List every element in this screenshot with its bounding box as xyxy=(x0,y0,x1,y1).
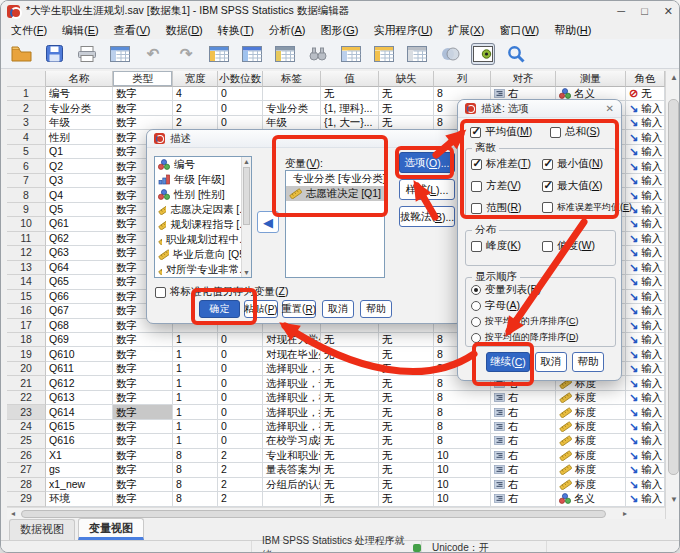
cell-decimals[interactable]: 0 xyxy=(218,376,263,390)
cell-measure[interactable]: 标度 xyxy=(556,449,626,463)
cell-measure[interactable]: 标度 xyxy=(556,391,626,405)
cell-name[interactable]: Q612 xyxy=(46,376,113,390)
save-icon[interactable] xyxy=(42,43,66,65)
split-file-icon[interactable] xyxy=(405,43,429,65)
cell-missing[interactable]: 无 xyxy=(379,391,434,405)
cell-values[interactable]: 无 xyxy=(321,478,379,492)
cell-name[interactable]: Q3 xyxy=(46,174,113,188)
cell-role[interactable]: ↘输入 xyxy=(626,101,665,115)
cell-name[interactable]: Q67 xyxy=(46,304,113,318)
goto-chart-icon[interactable] xyxy=(207,43,231,65)
cell-type[interactable]: 数字 xyxy=(113,87,173,101)
variable-list-item[interactable]: 对所学专业非常... xyxy=(155,262,251,277)
row-header[interactable]: 17 xyxy=(7,319,46,333)
radio-option[interactable]: 按平均值的降序排序(D) xyxy=(471,331,579,344)
find-icon[interactable] xyxy=(306,43,330,65)
cell-measure[interactable]: 名义 xyxy=(556,492,626,506)
checkbox-option[interactable]: 最小值(N) xyxy=(542,157,603,171)
cell-name[interactable]: Q64 xyxy=(46,261,113,275)
variable-list-item[interactable]: 毕业后意向 [Q5] xyxy=(155,247,251,262)
cell-decimals[interactable]: 0 xyxy=(218,87,263,101)
menu-item[interactable]: 窗口(W) xyxy=(499,23,539,38)
cell-role[interactable]: ↘输入 xyxy=(626,449,665,463)
vertical-scroll-thumb[interactable] xyxy=(668,99,679,475)
print-icon[interactable] xyxy=(75,43,99,65)
row-header[interactable]: 11 xyxy=(7,232,46,246)
cell-label[interactable]: 专业和职业认知... xyxy=(263,449,321,463)
cell-name[interactable]: Q614 xyxy=(46,405,113,419)
cell-label[interactable]: 在校学习成绩与... xyxy=(263,434,321,448)
cell-missing[interactable]: 无 xyxy=(379,463,434,477)
row-header[interactable]: 3 xyxy=(7,116,46,130)
checkbox-option[interactable]: 标准差(T) xyxy=(471,157,531,171)
cell-missing[interactable]: 无 xyxy=(379,333,434,347)
cell-decimals[interactable]: 0 xyxy=(218,434,263,448)
cell-missing[interactable]: 无 xyxy=(379,347,434,361)
row-header[interactable]: 8 xyxy=(7,188,46,202)
column-header-cols[interactable]: 列 xyxy=(434,71,491,87)
cell-role[interactable]: ↘输入 xyxy=(626,159,665,173)
column-header-measure[interactable]: 测量 xyxy=(556,71,626,87)
column-header-missing[interactable]: 缺失 xyxy=(379,71,434,87)
checkbox-option[interactable]: 偏度(W) xyxy=(542,239,595,253)
cell-missing[interactable]: 无 xyxy=(379,478,434,492)
cell-width[interactable]: 8 xyxy=(173,478,218,492)
cell-label[interactable]: 选择职业，社会... xyxy=(263,391,321,405)
cell-name[interactable]: Q63 xyxy=(46,246,113,260)
row-header[interactable]: 22 xyxy=(7,391,46,405)
redo-icon[interactable]: ↷ xyxy=(174,43,198,65)
variable-list-item[interactable]: 志愿谁决定 [Q1] xyxy=(286,186,384,201)
column-header-align[interactable]: 对齐 xyxy=(491,71,556,87)
maximize-button[interactable]: □ xyxy=(641,5,648,18)
cell-type[interactable]: 数字 xyxy=(113,391,173,405)
cell-role[interactable]: ↘输入 xyxy=(626,290,665,304)
cell-type[interactable]: 数字 xyxy=(113,405,173,419)
cell-cols[interactable]: 10 xyxy=(434,463,491,477)
row-header[interactable]: 10 xyxy=(7,217,46,231)
cell-values[interactable]: 无 xyxy=(321,405,379,419)
open-data-icon[interactable] xyxy=(9,43,33,65)
cell-width[interactable]: 1 xyxy=(173,391,218,405)
cell-cols[interactable]: 10 xyxy=(434,449,491,463)
tab-data-view[interactable]: 数据视图 xyxy=(9,519,75,540)
cell-decimals[interactable]: 0 xyxy=(218,362,263,376)
scroll-down-icon[interactable]: ▼ xyxy=(666,495,680,504)
cell-width[interactable]: 1 xyxy=(173,333,218,347)
source-variable-list[interactable]: 编号年级 [年级]性别 [性别]志愿决定因素 [...规划课程指导 [...职业… xyxy=(154,156,252,278)
cell-label[interactable]: 选择职业，与个... xyxy=(263,362,321,376)
cell-values[interactable]: 无 xyxy=(321,449,379,463)
cell-width[interactable]: 1 xyxy=(173,405,218,419)
row-header[interactable]: 21 xyxy=(7,376,46,390)
row-header[interactable]: 9 xyxy=(7,203,46,217)
cell-type[interactable]: 数字 xyxy=(113,463,173,477)
cell-width[interactable]: 1 xyxy=(173,362,218,376)
options-dialog-titlebar[interactable]: 描述: 选项 ✕ xyxy=(458,100,621,118)
row-header[interactable]: 5 xyxy=(7,145,46,159)
cell-width[interactable]: 8 xyxy=(173,463,218,477)
variable-list-item[interactable]: 性别 [性别] xyxy=(155,187,251,202)
dialog-button[interactable]: 取消 xyxy=(322,300,354,318)
menu-item[interactable]: 文件(F) xyxy=(11,23,47,38)
cell-name[interactable]: Q65 xyxy=(46,275,113,289)
row-header[interactable]: 19 xyxy=(7,347,46,361)
cell-role[interactable]: ↘输入 xyxy=(626,232,665,246)
checkbox-option[interactable]: 最大值(X) xyxy=(542,179,603,193)
cell-role[interactable]: ↘输入 xyxy=(626,463,665,477)
cell-name[interactable]: X1 xyxy=(46,449,113,463)
cell-name[interactable]: x1_new xyxy=(46,478,113,492)
checkbox-option[interactable]: 范围(R) xyxy=(471,201,522,215)
cell-missing[interactable]: 无 xyxy=(379,434,434,448)
cell-width[interactable]: 1 xyxy=(173,434,218,448)
cell-name[interactable]: 年级 xyxy=(46,116,113,130)
cell-type[interactable]: 数字 xyxy=(113,434,173,448)
cell-width[interactable]: 4 xyxy=(173,87,218,101)
cell-label[interactable]: 分组后的认知得... xyxy=(263,478,321,492)
options-button[interactable]: 选项(O)... xyxy=(399,152,455,173)
column-header-values[interactable]: 值 xyxy=(321,71,379,87)
cell-label[interactable]: 对现在大学生就... xyxy=(263,333,321,347)
row-header[interactable]: 24 xyxy=(7,420,46,434)
cell-label[interactable]: 对现在毕业生求... xyxy=(263,347,321,361)
cell-cols[interactable]: 10 xyxy=(434,492,491,506)
cell-decimals[interactable]: 0 xyxy=(218,420,263,434)
row-header[interactable]: 7 xyxy=(7,174,46,188)
